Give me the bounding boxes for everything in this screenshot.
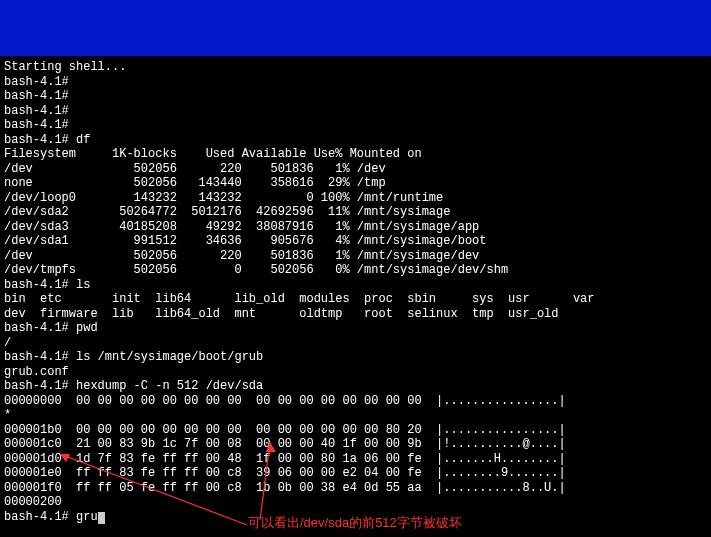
terminal-screen: Starting shell...bash-4.1#bash-4.1#bash-…: [0, 0, 711, 537]
terminal-line: bash-4.1# ls /mnt/sysimage/boot/grub: [4, 350, 707, 365]
cursor: [98, 512, 105, 524]
terminal-line: 000001f0 ff ff 05 fe ff ff 00 c8 1b 0b 0…: [4, 481, 707, 496]
terminal-line: 00000000 00 00 00 00 00 00 00 00 00 00 0…: [4, 394, 707, 409]
terminal-line: 000001b0 00 00 00 00 00 00 00 00 00 00 0…: [4, 423, 707, 438]
terminal-line: bin etc init lib64 lib_old modules proc …: [4, 292, 707, 307]
terminal-line: /: [4, 336, 707, 351]
terminal-line: bash-4.1# hexdump -C -n 512 /dev/sda: [4, 379, 707, 394]
title-bar: [0, 0, 711, 56]
terminal-line: 000001d0 1d 7f 83 fe ff ff 00 48 1f 00 0…: [4, 452, 707, 467]
terminal-line: /dev 502056 220 501836 1% /mnt/sysimage/…: [4, 249, 707, 264]
terminal-line: /dev/loop0 143232 143232 0 100% /mnt/run…: [4, 191, 707, 206]
terminal-line: /dev/sda1 991512 34636 905676 4% /mnt/sy…: [4, 234, 707, 249]
terminal-line: bash-4.1# df: [4, 133, 707, 148]
terminal-line: /dev 502056 220 501836 1% /dev: [4, 162, 707, 177]
terminal-line: /dev/tmpfs 502056 0 502056 0% /mnt/sysim…: [4, 263, 707, 278]
terminal-line: grub.conf: [4, 365, 707, 380]
terminal-line: bash-4.1# pwd: [4, 321, 707, 336]
terminal-line: /dev/sda2 50264772 5012176 42692596 11% …: [4, 205, 707, 220]
terminal-line: bash-4.1# ls: [4, 278, 707, 293]
terminal-line: 000001e0 ff ff 83 fe ff ff 00 c8 39 06 0…: [4, 466, 707, 481]
terminal-output[interactable]: Starting shell...bash-4.1#bash-4.1#bash-…: [4, 60, 707, 524]
terminal-line: bash-4.1#: [4, 89, 707, 104]
terminal-line: bash-4.1#: [4, 75, 707, 90]
terminal-line: 00000200: [4, 495, 707, 510]
terminal-line: Filesystem 1K-blocks Used Available Use%…: [4, 147, 707, 162]
terminal-line: bash-4.1#: [4, 118, 707, 133]
terminal-line: bash-4.1#: [4, 104, 707, 119]
terminal-line: /dev/sda3 40185208 49292 38087916 1% /mn…: [4, 220, 707, 235]
terminal-line: dev firmware lib lib64_old mnt oldtmp ro…: [4, 307, 707, 322]
terminal-line: *: [4, 408, 707, 423]
terminal-line: none 502056 143440 358616 29% /tmp: [4, 176, 707, 191]
terminal-line: Starting shell...: [4, 60, 707, 75]
terminal-line: 000001c0 21 00 83 9b 1c 7f 00 08 00 00 0…: [4, 437, 707, 452]
annotation-text: 可以看出/dev/sda的前512字节被破坏: [248, 516, 462, 531]
